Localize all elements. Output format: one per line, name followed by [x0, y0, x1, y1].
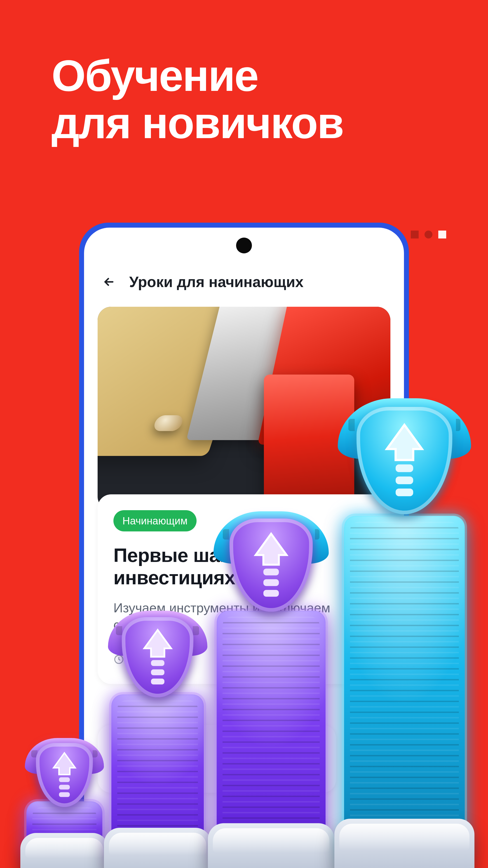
promo-line-2: для новичков: [52, 99, 488, 147]
promo-line-1: Обучение: [52, 52, 488, 99]
lesson-title: Первые шаги в инвестициях: [113, 544, 375, 589]
lesson-subtitle: Изучаем инструменты и заключаем сделки: [113, 599, 375, 633]
appbar-title: Уроки для начинающих: [129, 273, 304, 290]
arrow-up-icon: [51, 750, 78, 798]
phone-screen: Уроки для начинающих Начинающим Первые ш…: [84, 228, 404, 864]
carousel-dot[interactable]: [424, 230, 432, 239]
lesson-meta-text: 1 урок д: [131, 653, 173, 666]
badge-ribbon-icon: [52, 765, 77, 792]
svg-rect-1: [59, 777, 70, 782]
svg-rect-2: [59, 785, 70, 789]
carousel-dot-active[interactable]: [438, 230, 446, 239]
decor-red-block: [264, 375, 354, 501]
lesson-card-next[interactable]: [98, 725, 336, 793]
lesson-meta: 1 урок д: [113, 653, 375, 666]
arrow-left-icon: [102, 275, 116, 288]
phone-frame: Уроки для начинающих Начинающим Первые ш…: [79, 223, 409, 868]
level-pill: Начинающим: [113, 510, 197, 531]
lesson-hero-image: [98, 307, 390, 510]
app-bar: Уроки для начинающих: [84, 273, 404, 291]
camera-notch-icon: [236, 238, 252, 253]
carousel-indicator[interactable]: [411, 230, 446, 239]
svg-rect-3: [59, 792, 70, 797]
promo-title: Обучение для новичков: [0, 0, 488, 146]
carousel-dot[interactable]: [411, 230, 419, 239]
clock-icon: [113, 654, 124, 665]
lesson-card[interactable]: Начинающим Первые шаги в инвестициях Изу…: [98, 494, 390, 684]
back-button[interactable]: [100, 273, 118, 291]
